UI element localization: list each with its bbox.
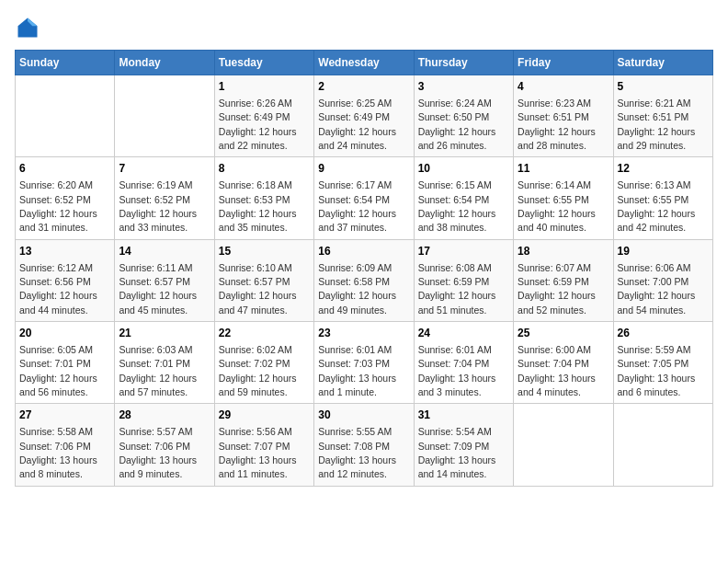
daylight: Daylight: 13 hours and 9 minutes.	[119, 454, 197, 479]
sunrise: Sunrise: 6:19 AM	[119, 179, 192, 190]
sunset: Sunset: 7:07 PM	[219, 441, 290, 452]
calendar-cell: 25 Sunrise: 6:00 AM Sunset: 7:04 PM Dayl…	[514, 322, 613, 404]
sunset: Sunset: 6:49 PM	[219, 111, 290, 122]
sunrise: Sunrise: 6:21 AM	[618, 98, 691, 109]
daylight: Daylight: 13 hours and 12 minutes.	[318, 454, 396, 479]
day-number: 20	[19, 326, 110, 341]
day-number: 26	[618, 326, 709, 341]
sunrise: Sunrise: 6:06 AM	[618, 262, 691, 273]
sunset: Sunset: 7:01 PM	[19, 358, 91, 369]
day-number: 4	[518, 79, 609, 95]
sunrise: Sunrise: 6:02 AM	[219, 344, 292, 355]
sunrise: Sunrise: 6:10 AM	[219, 262, 292, 273]
sunset: Sunset: 6:51 PM	[518, 111, 589, 122]
sunrise: Sunrise: 5:58 AM	[19, 426, 93, 437]
week-row-4: 20 Sunrise: 6:05 AM Sunset: 7:01 PM Dayl…	[16, 322, 713, 404]
day-number: 2	[318, 79, 409, 95]
sunset: Sunset: 6:54 PM	[318, 194, 390, 205]
day-number: 7	[119, 161, 210, 177]
day-number: 6	[19, 161, 110, 177]
calendar-cell	[514, 404, 613, 486]
day-number: 29	[219, 408, 310, 423]
sunrise: Sunrise: 6:17 AM	[318, 179, 392, 190]
logo-icon	[15, 15, 40, 40]
daylight: Daylight: 12 hours and 59 minutes.	[219, 373, 297, 397]
daylight: Daylight: 12 hours and 38 minutes.	[418, 208, 496, 233]
calendar-cell	[115, 75, 214, 157]
calendar-cell: 13 Sunrise: 6:12 AM Sunset: 6:56 PM Dayl…	[16, 239, 115, 321]
calendar-cell: 10 Sunrise: 6:15 AM Sunset: 6:54 PM Dayl…	[414, 157, 513, 239]
daylight: Daylight: 12 hours and 28 minutes.	[518, 126, 596, 151]
calendar-cell	[16, 75, 115, 157]
day-number: 9	[318, 161, 409, 177]
calendar-table: SundayMondayTuesdayWednesdayThursdayFrid…	[15, 50, 713, 487]
day-number: 18	[518, 244, 609, 259]
sunset: Sunset: 6:54 PM	[418, 194, 490, 205]
daylight: Daylight: 12 hours and 40 minutes.	[518, 208, 596, 233]
sunrise: Sunrise: 6:01 AM	[318, 344, 392, 355]
daylight: Daylight: 12 hours and 29 minutes.	[618, 126, 696, 151]
daylight: Daylight: 12 hours and 33 minutes.	[119, 208, 197, 233]
daylight: Daylight: 12 hours and 35 minutes.	[219, 208, 297, 233]
daylight: Daylight: 12 hours and 22 minutes.	[219, 126, 297, 151]
day-number: 16	[318, 244, 409, 259]
day-number: 23	[318, 326, 409, 341]
daylight: Daylight: 12 hours and 24 minutes.	[318, 126, 396, 151]
column-header-friday: Friday	[514, 51, 613, 75]
sunrise: Sunrise: 5:59 AM	[618, 344, 691, 355]
sunrise: Sunrise: 5:57 AM	[119, 426, 192, 437]
sunrise: Sunrise: 6:03 AM	[119, 344, 192, 355]
week-row-1: 1 Sunrise: 6:26 AM Sunset: 6:49 PM Dayli…	[16, 75, 713, 157]
daylight: Daylight: 13 hours and 6 minutes.	[618, 373, 696, 397]
day-number: 15	[219, 244, 310, 259]
daylight: Daylight: 12 hours and 51 minutes.	[418, 290, 496, 315]
calendar-cell: 5 Sunrise: 6:21 AM Sunset: 6:51 PM Dayli…	[613, 75, 712, 157]
day-number: 21	[119, 326, 210, 341]
daylight: Daylight: 12 hours and 57 minutes.	[119, 373, 197, 397]
sunset: Sunset: 7:00 PM	[618, 276, 689, 287]
daylight: Daylight: 13 hours and 14 minutes.	[418, 454, 496, 479]
calendar-cell: 22 Sunrise: 6:02 AM Sunset: 7:02 PM Dayl…	[214, 322, 313, 404]
day-number: 31	[418, 408, 509, 423]
day-number: 25	[518, 326, 609, 341]
daylight: Daylight: 13 hours and 4 minutes.	[518, 373, 596, 397]
calendar-cell: 15 Sunrise: 6:10 AM Sunset: 6:57 PM Dayl…	[214, 239, 313, 321]
sunrise: Sunrise: 6:13 AM	[618, 179, 691, 190]
calendar-cell: 29 Sunrise: 5:56 AM Sunset: 7:07 PM Dayl…	[214, 404, 313, 486]
day-number: 3	[418, 79, 509, 95]
calendar-cell: 28 Sunrise: 5:57 AM Sunset: 7:06 PM Dayl…	[115, 404, 214, 486]
sunset: Sunset: 7:06 PM	[119, 441, 190, 452]
day-number: 30	[318, 408, 409, 423]
sunset: Sunset: 6:56 PM	[19, 276, 91, 287]
day-number: 28	[119, 408, 210, 423]
day-number: 11	[518, 161, 609, 177]
sunset: Sunset: 6:55 PM	[518, 194, 589, 205]
sunrise: Sunrise: 6:20 AM	[19, 179, 93, 190]
calendar-cell: 9 Sunrise: 6:17 AM Sunset: 6:54 PM Dayli…	[314, 157, 414, 239]
day-number: 17	[418, 244, 509, 259]
day-number: 13	[19, 244, 110, 259]
sunset: Sunset: 6:57 PM	[219, 276, 290, 287]
sunset: Sunset: 6:49 PM	[318, 111, 390, 122]
sunset: Sunset: 6:52 PM	[119, 194, 190, 205]
calendar-cell: 1 Sunrise: 6:26 AM Sunset: 6:49 PM Dayli…	[214, 75, 313, 157]
page-header	[15, 15, 713, 40]
calendar-cell: 16 Sunrise: 6:09 AM Sunset: 6:58 PM Dayl…	[314, 239, 414, 321]
daylight: Daylight: 12 hours and 52 minutes.	[518, 290, 596, 315]
calendar-cell: 20 Sunrise: 6:05 AM Sunset: 7:01 PM Dayl…	[16, 322, 115, 404]
sunset: Sunset: 7:04 PM	[518, 358, 589, 369]
column-header-thursday: Thursday	[414, 51, 513, 75]
daylight: Daylight: 12 hours and 49 minutes.	[318, 290, 396, 315]
sunrise: Sunrise: 6:05 AM	[19, 344, 93, 355]
sunset: Sunset: 7:09 PM	[418, 441, 490, 452]
sunrise: Sunrise: 6:11 AM	[119, 262, 192, 273]
column-header-sunday: Sunday	[16, 51, 115, 75]
day-number: 14	[119, 244, 210, 259]
week-row-5: 27 Sunrise: 5:58 AM Sunset: 7:06 PM Dayl…	[16, 404, 713, 486]
calendar-cell: 24 Sunrise: 6:01 AM Sunset: 7:04 PM Dayl…	[414, 322, 513, 404]
sunrise: Sunrise: 6:23 AM	[518, 98, 591, 109]
sunset: Sunset: 6:51 PM	[618, 111, 689, 122]
column-header-monday: Monday	[115, 51, 214, 75]
sunrise: Sunrise: 6:24 AM	[418, 98, 492, 109]
calendar-cell: 27 Sunrise: 5:58 AM Sunset: 7:06 PM Dayl…	[16, 404, 115, 486]
